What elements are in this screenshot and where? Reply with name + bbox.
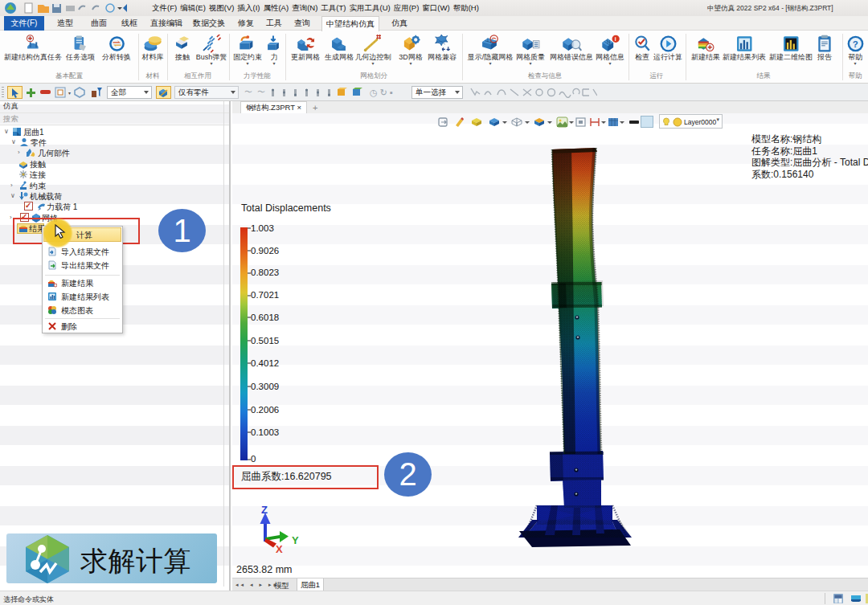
svg-text:Y: Y xyxy=(292,534,299,546)
svg-text:Z: Z xyxy=(261,504,268,516)
svg-text:?: ? xyxy=(852,39,858,49)
svg-text:i: i xyxy=(614,36,616,42)
svg-text:X: X xyxy=(276,543,283,554)
